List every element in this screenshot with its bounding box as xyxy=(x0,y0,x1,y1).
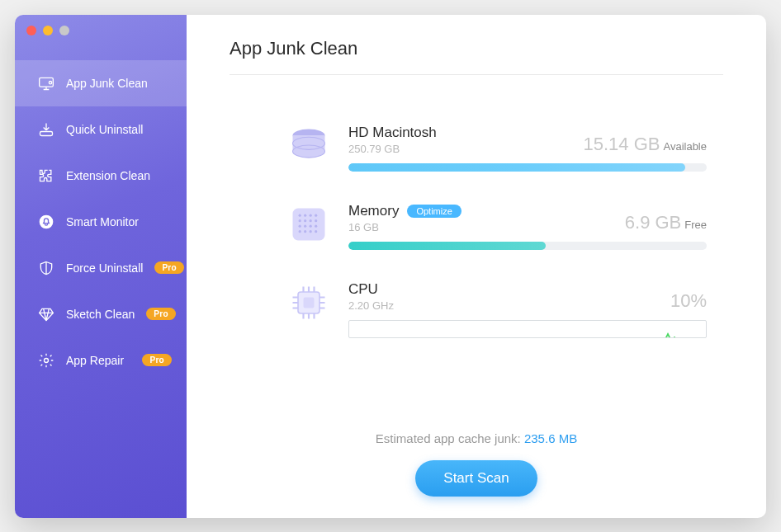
sidebar-item-app-repair[interactable]: App Repair Pro xyxy=(15,337,187,384)
optimize-button[interactable]: Optimize xyxy=(407,205,461,218)
svg-point-13 xyxy=(299,219,301,222)
stat-row-cpu: CPU 2.20 GHz 10% xyxy=(287,281,707,338)
stat-row-disk: HD Macintosh 250.79 GB 15.14 GB Availabl… xyxy=(287,125,707,172)
memory-name: Memory xyxy=(348,203,399,219)
svg-point-12 xyxy=(315,214,317,216)
svg-point-10 xyxy=(304,214,306,216)
svg-point-18 xyxy=(304,224,306,227)
memory-usage-fill xyxy=(348,242,546,250)
svg-point-24 xyxy=(315,230,317,233)
disk-icon xyxy=(287,125,330,167)
svg-point-14 xyxy=(304,219,306,222)
svg-point-23 xyxy=(310,230,312,233)
diamond-icon xyxy=(38,306,54,322)
minimize-icon[interactable] xyxy=(43,26,53,35)
svg-point-19 xyxy=(310,224,312,227)
memory-free-value: 6.9 GB xyxy=(625,212,681,233)
cpu-clock: 2.20 GHz xyxy=(348,299,394,312)
sidebar-item-label: App Repair xyxy=(66,354,130,367)
svg-point-22 xyxy=(304,230,306,233)
svg-point-17 xyxy=(299,224,301,227)
svg-point-15 xyxy=(310,219,312,222)
sidebar-item-label: Extension Clean xyxy=(66,169,172,182)
sidebar-item-label: App Junk Clean xyxy=(66,77,172,90)
svg-point-11 xyxy=(310,214,312,216)
stat-row-memory: Memory Optimize 16 GB 6.9 GB Free xyxy=(287,203,707,250)
download-box-icon xyxy=(38,121,54,138)
sidebar-item-label: Quick Uninstall xyxy=(66,123,172,136)
sidebar-item-app-junk-clean[interactable]: App Junk Clean xyxy=(15,60,187,106)
app-window: App Junk Clean Quick Uninstall Extension… xyxy=(15,15,766,518)
monitor-clean-icon xyxy=(38,75,54,92)
cpu-icon xyxy=(287,281,330,324)
svg-rect-2 xyxy=(40,131,53,135)
pro-badge: Pro xyxy=(154,261,184,274)
memory-icon xyxy=(287,203,330,246)
estimate-value: 235.6 MB xyxy=(524,431,577,445)
close-icon[interactable] xyxy=(26,26,36,35)
start-scan-button[interactable]: Start Scan xyxy=(415,460,537,497)
disk-available-value: 15.14 GB xyxy=(584,134,660,155)
cpu-spike-icon xyxy=(660,329,681,337)
svg-rect-26 xyxy=(304,297,315,308)
sidebar-item-label: Sketch Clean xyxy=(66,308,135,321)
svg-point-16 xyxy=(315,219,317,222)
sidebar-item-force-uninstall[interactable]: Force Uninstall Pro xyxy=(15,245,187,291)
cpu-activity-graph xyxy=(348,320,707,338)
maximize-icon[interactable] xyxy=(59,26,69,35)
disk-usage-bar xyxy=(348,163,707,172)
sidebar-item-quick-uninstall[interactable]: Quick Uninstall xyxy=(15,106,187,153)
disk-usage-fill xyxy=(348,163,685,172)
svg-rect-8 xyxy=(293,208,325,240)
svg-point-1 xyxy=(49,81,51,83)
main-content: App Junk Clean HD Macintosh 250.79 GB 15… xyxy=(187,15,766,518)
memory-free-unit: Free xyxy=(684,219,707,231)
estimate-label: Estimated app cache junk: xyxy=(376,431,524,445)
cpu-name: CPU xyxy=(348,281,378,298)
sidebar-item-smart-monitor[interactable]: Smart Monitor xyxy=(15,199,187,245)
pro-badge: Pro xyxy=(142,354,172,366)
page-title: App Junk Clean xyxy=(230,38,723,75)
svg-point-4 xyxy=(45,358,49,362)
disk-available-unit: Available xyxy=(663,140,707,153)
svg-point-21 xyxy=(299,230,301,233)
bell-circle-icon xyxy=(38,214,54,230)
svg-rect-0 xyxy=(40,78,54,87)
cpu-percent-value: 10% xyxy=(670,290,707,312)
disk-total: 250.79 GB xyxy=(348,143,437,155)
footer: Estimated app cache junk: 235.6 MB Start… xyxy=(230,431,723,500)
stats-panel: HD Macintosh 250.79 GB 15.14 GB Availabl… xyxy=(230,75,723,370)
pro-badge: Pro xyxy=(146,308,176,320)
svg-point-9 xyxy=(299,214,301,216)
sidebar-item-extension-clean[interactable]: Extension Clean xyxy=(15,153,187,199)
sidebar: App Junk Clean Quick Uninstall Extension… xyxy=(15,15,187,518)
estimate-text: Estimated app cache junk: 235.6 MB xyxy=(230,431,723,445)
disk-name: HD Macintosh xyxy=(348,125,437,141)
svg-point-3 xyxy=(40,214,54,228)
memory-total: 16 GB xyxy=(348,221,462,233)
sidebar-item-label: Force Uninstall xyxy=(66,261,143,275)
gear-icon xyxy=(38,352,54,369)
svg-point-20 xyxy=(315,224,317,227)
sidebar-item-sketch-clean[interactable]: Sketch Clean Pro xyxy=(15,291,187,337)
memory-usage-bar xyxy=(348,242,707,250)
shield-icon xyxy=(38,260,54,276)
sidebar-item-label: Smart Monitor xyxy=(66,215,172,228)
window-controls xyxy=(26,26,69,35)
puzzle-icon xyxy=(38,167,54,184)
